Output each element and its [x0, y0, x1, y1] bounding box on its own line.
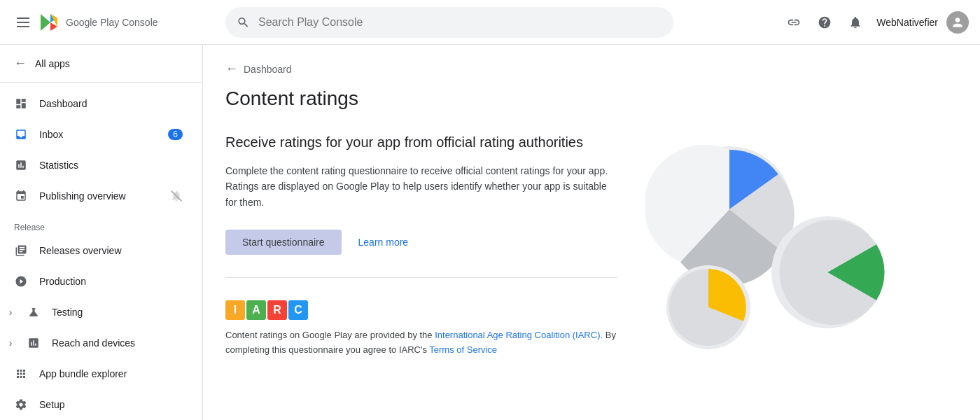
iarc-link[interactable]: International Age Rating Coalition (IARC…	[435, 330, 603, 340]
search-input[interactable]	[258, 16, 662, 29]
rating-illustration	[645, 132, 897, 356]
avatar[interactable]	[946, 11, 969, 34]
sidebar-nav: Dashboard Inbox 6 Statistics	[0, 83, 202, 420]
svg-marker-0	[41, 14, 50, 31]
iarc-description: Content ratings on Google Play are provi…	[225, 328, 617, 358]
all-apps-label: All apps	[35, 58, 70, 69]
releases-icon	[14, 244, 28, 258]
notification-button[interactable]	[843, 10, 868, 35]
breadcrumb-arrow-icon: ←	[225, 62, 238, 76]
sidebar-item-statistics[interactable]: Statistics	[0, 150, 197, 181]
link-button[interactable]	[781, 10, 806, 35]
production-icon	[14, 274, 28, 288]
sidebar-item-testing[interactable]: › Testing	[0, 297, 197, 328]
breadcrumb-label[interactable]: Dashboard	[244, 64, 292, 75]
logo-icon	[38, 11, 60, 34]
sidebar-testing-label: Testing	[52, 307, 183, 318]
sidebar-item-dashboard[interactable]: Dashboard	[0, 88, 197, 119]
pie-illustration	[645, 132, 897, 358]
sidebar-item-bundle[interactable]: App bundle explorer	[0, 358, 197, 389]
inbox-badge: 6	[168, 129, 183, 140]
hamburger-button[interactable]	[11, 12, 35, 33]
all-apps-button[interactable]: ← All apps	[0, 45, 202, 83]
tos-link[interactable]: Terms of Service	[429, 344, 497, 355]
section-heading: Receive ratings for your app from offici…	[225, 132, 617, 152]
sidebar-item-releases-overview[interactable]: Releases overview	[0, 235, 197, 266]
back-arrow-icon: ←	[14, 56, 27, 71]
iarc-letter-i: I	[225, 300, 245, 320]
sidebar-releases-label: Releases overview	[39, 245, 183, 256]
sidebar-statistics-label: Statistics	[39, 160, 183, 171]
avatar-icon	[951, 15, 965, 29]
testing-chevron-icon: ›	[6, 307, 15, 318]
start-questionnaire-button[interactable]: Start questionnaire	[225, 230, 342, 255]
sidebar-item-publishing[interactable]: Publishing overview	[0, 181, 197, 211]
iarc-letter-c: C	[288, 300, 308, 320]
sidebar: ← All apps Dashboard Inbox 6	[0, 45, 203, 420]
sidebar-item-production[interactable]: Production	[0, 266, 197, 297]
bell-off-icon	[170, 190, 183, 202]
help-button[interactable]	[812, 10, 837, 35]
main-content: ← Dashboard Content ratings Receive rati…	[203, 45, 980, 420]
sidebar-item-reach[interactable]: › Reach and devices	[0, 328, 197, 358]
learn-more-button[interactable]: Learn more	[347, 230, 420, 255]
sidebar-bundle-label: App bundle explorer	[39, 368, 183, 379]
iarc-letter-a: A	[246, 300, 266, 320]
search-bar	[225, 7, 673, 38]
page-title: Content ratings	[225, 88, 958, 110]
setup-icon	[14, 398, 28, 412]
sidebar-item-inbox[interactable]: Inbox 6	[0, 119, 197, 150]
sidebar-item-setup[interactable]: Setup	[0, 389, 197, 420]
help-icon	[818, 15, 832, 29]
search-icon	[237, 15, 250, 29]
section-description: Complete the content rating questionnair…	[225, 163, 617, 210]
sidebar-publishing-label: Publishing overview	[39, 190, 159, 202]
notification-icon	[848, 15, 862, 29]
breadcrumb: ← Dashboard	[225, 62, 958, 76]
link-icon	[787, 15, 801, 29]
reach-chevron-icon: ›	[6, 337, 15, 349]
hamburger-icon	[17, 18, 29, 27]
iarc-letter-r: R	[267, 300, 287, 320]
reach-icon	[27, 336, 41, 350]
sidebar-dashboard-label: Dashboard	[39, 98, 183, 109]
sidebar-production-label: Production	[39, 276, 183, 287]
topbar-right: WebNativefier	[781, 10, 969, 35]
sidebar-reach-label: Reach and devices	[52, 337, 183, 349]
sidebar-setup-label: Setup	[39, 399, 183, 410]
publishing-icon	[14, 189, 28, 203]
user-name: WebNativefier	[876, 17, 938, 28]
dashboard-icon	[14, 97, 28, 111]
testing-icon	[27, 305, 41, 319]
iarc-section: I A R C Content ratings on Google Play a…	[225, 277, 617, 358]
release-section-label: Release	[0, 211, 202, 235]
logo-area: Google Play Console	[38, 11, 158, 34]
bundle-icon	[14, 367, 28, 381]
iarc-logo: I A R C	[225, 300, 617, 320]
logo-text: Google Play Console	[66, 17, 158, 28]
statistics-icon	[14, 158, 28, 172]
sidebar-inbox-label: Inbox	[39, 129, 157, 140]
inbox-icon	[14, 127, 28, 141]
actions-row: Start questionnaire Learn more	[225, 230, 617, 255]
